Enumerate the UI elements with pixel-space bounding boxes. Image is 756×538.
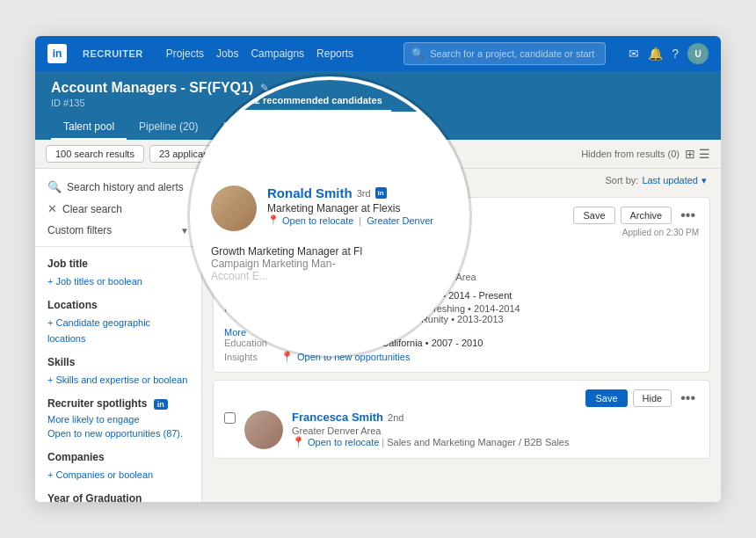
spotlight-fade-line-1: Campaign Marketing Man-: [211, 258, 335, 270]
add-job-title[interactable]: Job titles or boolean: [47, 276, 142, 287]
top-navigation: in RECRUITER Projects Jobs Campaigns Rep…: [35, 36, 721, 71]
filters-sidebar: 🔍 Search history and alerts ✕ Clear sear…: [35, 169, 202, 502]
francesca-badges: 📍 Open to relocate | Sales and Marketing…: [292, 436, 699, 448]
grid-view-icon[interactable]: ⊞: [685, 147, 695, 161]
linkedin-badge: in: [154, 399, 168, 410]
filter-job-title-label: Job title: [47, 258, 189, 270]
custom-filters-label: Custom filters: [47, 224, 112, 236]
tab-pipeline[interactable]: Pipeline (20): [127, 115, 210, 140]
sort-value[interactable]: Last updated: [642, 175, 698, 185]
relocate-badge-francesca: Open to relocate: [308, 437, 379, 447]
save-button-francesca[interactable]: Save: [585, 389, 627, 407]
insight-link-everette[interactable]: Open to new opportunities: [297, 352, 410, 362]
education-label: Education: [224, 338, 277, 348]
add-location[interactable]: Candidate geographic locations: [47, 317, 150, 344]
spotlight-current-line: Growth Marketing Manager at Fl: [211, 245, 362, 258]
custom-filters-toggle[interactable]: Custom filters ▼: [35, 220, 201, 241]
spotlight-li-icon: in: [375, 187, 387, 199]
more-options-icon-francesca[interactable]: •••: [677, 390, 699, 406]
nav-projects[interactable]: Projects: [166, 47, 204, 60]
user-avatar[interactable]: U: [687, 43, 709, 64]
bell-icon[interactable]: 🔔: [648, 47, 663, 61]
hidden-results-count: Hidden from results (0): [581, 149, 680, 159]
card-actions-francesca: Save Hide •••: [585, 389, 699, 407]
list-view-icon[interactable]: ☰: [699, 147, 710, 161]
add-skill[interactable]: Skills and expertise or boolean: [47, 374, 187, 385]
search-history-label: Search history and alerts: [67, 181, 184, 193]
filter-spotlights-label: Recruiter spotlights in: [47, 397, 189, 410]
candidate-avatar-francesca: [244, 411, 283, 449]
chevron-down-icon: ▼: [180, 226, 189, 236]
more-link-everette[interactable]: More: [224, 327, 246, 338]
filter-locations: Locations Candidate geographic locations: [35, 294, 201, 351]
search-results-button[interactable]: 100 search results: [46, 145, 144, 163]
spotlight-candidate-location: 📍 Open to relocate | Greater Denver: [267, 214, 433, 226]
clear-search-label: Clear search: [62, 203, 122, 215]
spotlight-location-badge: Open to relocate: [282, 215, 353, 226]
francesca-subtitle: Sales and Marketing Manager / B2B Sales: [387, 437, 569, 447]
spotlight-candidate-content: Ronald Smith 3rd in Marketing Manager at…: [211, 177, 448, 282]
global-search-bar[interactable]: 🔍: [403, 42, 606, 65]
filter-companies: Companies Companies or boolean: [35, 446, 201, 487]
linkedin-logo: in: [47, 44, 67, 63]
mail-icon[interactable]: ✉: [629, 47, 639, 61]
clear-search-action[interactable]: ✕ Clear search: [35, 198, 201, 220]
filter-recruiter-spotlights: Recruiter spotlights in More likely to e…: [35, 392, 201, 446]
search-history-action[interactable]: 🔍 Search history and alerts: [35, 176, 201, 198]
candidate-name-francesca[interactable]: Francesca Smith: [292, 411, 383, 424]
nav-links: Projects Jobs Campaigns Reports: [166, 47, 353, 60]
filter-graduation-label: Year of Graduation: [47, 492, 189, 502]
insights-label: Insights: [224, 352, 277, 362]
clear-search-icon: ✕: [47, 202, 57, 215]
candidate-checkbox-francesca[interactable]: [224, 412, 236, 424]
spotlight-candidate-avatar: [211, 185, 257, 231]
recruiter-label: RECRUITER: [83, 48, 143, 59]
search-icon: 🔍: [411, 47, 425, 60]
sort-label: Sort by:: [605, 175, 638, 185]
spotlight-tab-recommended[interactable]: 12 recommended candidates: [241, 91, 391, 112]
sort-row: Sort by: Last updated ▾: [591, 175, 721, 192]
filter-graduation: Year of Graduation Add graduation year r…: [35, 487, 201, 502]
francesca-location: Greater Denver Area: [292, 425, 382, 436]
filter-locations-label: Locations: [47, 299, 189, 311]
filter-skills: Skills Skills and expertise or boolean: [35, 351, 201, 392]
archive-button-everette[interactable]: Archive: [621, 207, 672, 224]
tab-talent-pool[interactable]: Talent pool: [51, 115, 127, 140]
candidate-location-francesca: Greater Denver Area: [292, 425, 699, 436]
spotlight-engage[interactable]: More likely to engage: [47, 412, 189, 426]
spotlight-opportunities[interactable]: Open to new opportunities (87).: [47, 426, 189, 440]
degree-badge-francesca: 2nd: [388, 412, 403, 423]
card-top-francesca: Francesca Smith 2nd Greater Denver Area …: [224, 411, 699, 449]
nav-reports[interactable]: Reports: [316, 47, 353, 60]
spotlight-magnifier: uds 12 recommended candidates Ronald Smi…: [193, 80, 466, 353]
sort-chevron-icon: ▾: [701, 175, 707, 186]
spotlight-fade-line-2: Account E...: [211, 270, 268, 282]
candidate-card-francesca: Save Hide ••• Francesca Smith 2nd: [213, 380, 710, 459]
filter-companies-label: Companies: [47, 451, 189, 463]
spotlight-tab-bar: uds 12 recommended candidates: [193, 80, 466, 112]
view-toggle: ⊞ ☰: [685, 147, 710, 161]
spotlight-candidate-details: Ronald Smith 3rd in Marketing Manager at…: [267, 185, 433, 226]
spotlight-tab-uds[interactable]: uds: [207, 92, 241, 112]
sidebar-divider-1: [35, 246, 201, 247]
spotlight-candidate-row: Ronald Smith 3rd in Marketing Manager at…: [211, 185, 448, 231]
topnav-icons: ✉ 🔔 ? U: [629, 43, 709, 64]
save-button-everette[interactable]: Save: [573, 207, 614, 224]
filter-skills-label: Skills: [47, 356, 189, 368]
spotlight-candidate-title: Marketing Manager at Flexis: [267, 202, 433, 214]
spotlight-location-text: Greater Denver: [367, 215, 433, 226]
candidate-info-francesca: Francesca Smith 2nd Greater Denver Area …: [292, 411, 699, 448]
spotlight-candidate-name[interactable]: Ronald Smith: [267, 185, 353, 200]
more-options-icon-everette[interactable]: •••: [677, 207, 699, 223]
help-icon[interactable]: ?: [672, 47, 679, 61]
nav-jobs[interactable]: Jobs: [216, 47, 238, 60]
hide-button-francesca[interactable]: Hide: [633, 389, 672, 407]
add-company[interactable]: Companies or boolean: [47, 469, 153, 480]
nav-campaigns[interactable]: Campaigns: [251, 47, 304, 60]
filter-job-title: Job title Job titles or boolean: [35, 252, 201, 294]
search-history-icon: 🔍: [47, 180, 62, 193]
spotlight-degree-badge: 3rd: [357, 188, 371, 199]
card-actions-everette: Save Archive •••: [573, 207, 699, 224]
global-search-input[interactable]: [430, 48, 598, 59]
